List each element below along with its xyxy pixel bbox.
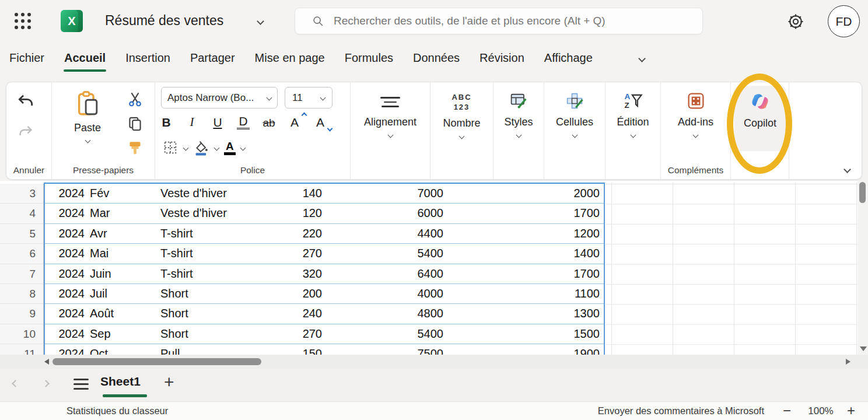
cell-revenue[interactable]: 4800 xyxy=(322,304,443,323)
cell-year[interactable]: 2024 xyxy=(45,284,88,303)
cell-month[interactable]: Oct xyxy=(88,344,159,355)
cell-year[interactable]: 2024 xyxy=(45,344,88,355)
menu-item-formules[interactable]: Formules xyxy=(344,49,394,67)
format-painter-icon[interactable] xyxy=(127,139,144,156)
undo-button[interactable] xyxy=(16,92,35,110)
menu-item-affichage[interactable]: Affichage xyxy=(544,49,593,67)
cell-month[interactable]: Sep xyxy=(88,324,159,344)
search-box[interactable] xyxy=(295,8,703,34)
app-launcher-icon[interactable] xyxy=(13,11,33,31)
cell-month[interactable]: Mar xyxy=(88,204,159,223)
copilot-button[interactable]: Copilot xyxy=(734,86,786,151)
row-header[interactable]: 4 xyxy=(0,204,43,223)
row-header[interactable]: 11 xyxy=(0,344,43,355)
borders-chevron-icon[interactable] xyxy=(183,145,189,150)
nombre-button[interactable]: ABC 123 Nombre xyxy=(430,82,493,179)
previous-sheet-button[interactable] xyxy=(12,380,19,387)
cell-quantity[interactable]: 240 xyxy=(274,304,322,323)
cellules-button[interactable]: Cellules xyxy=(544,82,605,179)
zoom-level[interactable]: 100% xyxy=(805,402,836,420)
cell-year[interactable]: 2024 xyxy=(45,184,88,203)
menu-item-accueil[interactable]: Accueil xyxy=(64,49,106,67)
cell-quantity[interactable]: 140 xyxy=(274,184,322,203)
cell-quantity[interactable]: 320 xyxy=(274,264,322,284)
empty-cells-area[interactable] xyxy=(606,183,858,355)
styles-button[interactable]: Styles xyxy=(494,82,544,179)
row-header[interactable]: 8 xyxy=(0,284,43,304)
font-name-select[interactable]: Aptos Narrow (Bo... xyxy=(161,87,278,108)
cell-profit[interactable]: 1900 xyxy=(443,344,604,355)
row-header[interactable]: 10 xyxy=(0,324,43,344)
scroll-right-arrow-icon[interactable] xyxy=(846,359,850,365)
cell-profit[interactable]: 2000 xyxy=(443,184,604,203)
cell-quantity[interactable]: 150 xyxy=(274,344,322,355)
redo-button[interactable] xyxy=(18,123,34,139)
cell-product[interactable]: Short xyxy=(159,284,274,303)
increase-font-button[interactable]: A xyxy=(288,116,301,130)
workbook-title[interactable]: Résumé des ventes xyxy=(105,13,223,29)
cell-year[interactable]: 2024 xyxy=(45,264,88,284)
cell-month[interactable]: Juil xyxy=(88,284,159,303)
menu-item-donnees[interactable]: Données xyxy=(412,49,460,67)
cell-profit[interactable]: 1700 xyxy=(443,264,604,284)
scroll-left-arrow-icon[interactable] xyxy=(44,359,49,365)
cell-quantity[interactable]: 200 xyxy=(274,284,322,303)
paste-button[interactable]: Paste xyxy=(62,89,113,145)
italic-button[interactable]: I xyxy=(186,115,198,130)
menu-item-fichier[interactable]: Fichier xyxy=(9,49,45,67)
zoom-in-button[interactable]: + xyxy=(845,402,858,419)
cell-revenue[interactable]: 6000 xyxy=(322,204,443,223)
borders-button[interactable] xyxy=(162,139,178,156)
cell-quantity[interactable]: 220 xyxy=(274,224,322,243)
cell-product[interactable]: Short xyxy=(159,304,274,323)
scroll-down-arrow-icon[interactable] xyxy=(860,346,867,351)
row-header[interactable]: 7 xyxy=(0,264,43,284)
search-input[interactable] xyxy=(334,15,684,27)
horizontal-scrollbar-thumb[interactable] xyxy=(52,358,261,365)
workbook-stats-button[interactable]: Statistiques du classeur xyxy=(66,402,168,420)
cell-quantity[interactable]: 270 xyxy=(274,324,322,344)
cell-product[interactable]: Veste d'hiver xyxy=(159,184,274,203)
cell-quantity[interactable]: 270 xyxy=(274,244,322,263)
cell-revenue[interactable]: 6400 xyxy=(322,264,443,284)
cell-revenue[interactable]: 4400 xyxy=(322,224,443,243)
cell-year[interactable]: 2024 xyxy=(45,304,88,323)
cell-revenue[interactable]: 7000 xyxy=(322,184,443,203)
cell-quantity[interactable]: 120 xyxy=(274,204,322,223)
cut-icon[interactable] xyxy=(127,90,144,107)
feedback-link[interactable]: Envoyer des commentaires à Microsoft xyxy=(598,402,764,420)
cell-revenue[interactable]: 5400 xyxy=(322,244,443,263)
row-header[interactable]: 5 xyxy=(0,224,43,244)
title-chevron-icon[interactable] xyxy=(257,18,264,25)
bold-button[interactable]: B xyxy=(160,116,173,130)
cell-month[interactable]: Août xyxy=(88,304,159,323)
cell-profit[interactable]: 1700 xyxy=(443,204,604,223)
next-sheet-button[interactable] xyxy=(42,380,50,387)
cell-month[interactable]: Juin xyxy=(88,264,159,284)
underline-button[interactable]: U xyxy=(211,116,224,130)
cell-profit[interactable]: 1400 xyxy=(443,244,604,263)
zoom-out-button[interactable]: − xyxy=(780,402,793,419)
font-size-select[interactable]: 11 xyxy=(285,87,332,108)
cell-month[interactable]: Fév xyxy=(88,184,159,203)
double-underline-button[interactable]: D xyxy=(237,115,250,130)
excel-logo-icon[interactable]: X xyxy=(61,10,83,32)
decrease-font-button[interactable]: A xyxy=(314,116,327,130)
menu-item-partager[interactable]: Partager xyxy=(190,49,236,67)
cell-year[interactable]: 2024 xyxy=(45,224,88,243)
cell-product[interactable]: Pull xyxy=(159,344,274,355)
cell-year[interactable]: 2024 xyxy=(45,244,88,263)
row-header[interactable]: 3 xyxy=(0,184,43,204)
font-color-button[interactable]: A xyxy=(224,140,236,156)
row-header[interactable]: 9 xyxy=(0,304,43,324)
fill-color-button[interactable] xyxy=(193,139,209,156)
row-header[interactable]: 6 xyxy=(0,244,43,264)
cell-product[interactable]: T-shirt xyxy=(159,264,274,284)
cell-profit[interactable]: 1500 xyxy=(443,324,604,344)
add-sheet-button[interactable]: + xyxy=(164,372,174,392)
cell-product[interactable]: Short xyxy=(159,324,274,344)
copy-icon[interactable] xyxy=(127,115,144,132)
menu-item-revision[interactable]: Révision xyxy=(479,49,525,67)
settings-gear-icon[interactable] xyxy=(786,12,805,31)
menu-item-insertion[interactable]: Insertion xyxy=(125,49,171,67)
